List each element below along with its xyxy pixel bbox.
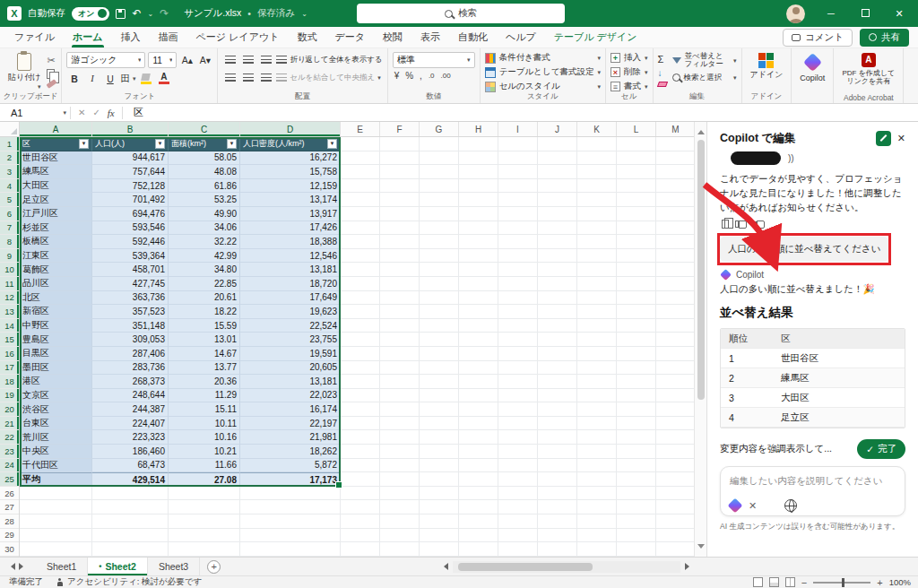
empty-cell[interactable] — [420, 263, 459, 277]
table-cell[interactable]: 19,623 — [240, 305, 341, 319]
table-cell[interactable]: 248,644 — [92, 389, 169, 403]
filter-button[interactable]: ▼ — [79, 139, 89, 149]
empty-cell[interactable] — [240, 542, 341, 557]
table-header-cell[interactable]: 人口(人)▼ — [92, 137, 169, 151]
empty-cell[interactable] — [420, 459, 459, 473]
empty-cell[interactable] — [380, 445, 420, 459]
empty-cell[interactable] — [420, 249, 459, 264]
column-header-B[interactable]: B — [92, 122, 169, 136]
table-cell[interactable]: 16,272 — [240, 151, 341, 166]
empty-cell[interactable] — [341, 529, 380, 543]
table-cell[interactable]: 53.25 — [169, 193, 240, 207]
empty-cell[interactable] — [617, 487, 656, 501]
empty-cell[interactable] — [420, 514, 459, 529]
table-cell[interactable]: 694,476 — [92, 207, 169, 221]
table-cell[interactable]: 荒川区 — [20, 430, 92, 445]
empty-cell[interactable] — [538, 375, 577, 389]
empty-cell[interactable] — [498, 165, 538, 179]
paste-button[interactable]: 貼り付け — [4, 52, 44, 91]
empty-cell[interactable] — [341, 472, 380, 487]
empty-cell[interactable] — [617, 291, 656, 306]
table-cell[interactable]: 22,524 — [240, 319, 341, 333]
insert-cells-button[interactable]: + 挿入 — [611, 52, 648, 64]
increase-decimal-button[interactable]: .0 — [429, 72, 435, 80]
empty-cell[interactable] — [617, 529, 656, 543]
empty-cell[interactable] — [656, 319, 694, 333]
empty-cell[interactable] — [498, 361, 538, 376]
row-header-7[interactable]: 7 — [0, 221, 19, 236]
empty-cell[interactable] — [380, 542, 420, 557]
maximize-button[interactable] — [857, 8, 873, 19]
normal-view-button[interactable] — [753, 577, 763, 587]
empty-cell[interactable] — [341, 417, 380, 431]
empty-cell[interactable] — [380, 389, 420, 403]
table-cell[interactable]: 592,446 — [92, 235, 169, 249]
empty-cell[interactable] — [459, 529, 498, 543]
row-header-29[interactable]: 29 — [0, 529, 19, 543]
empty-cell[interactable] — [577, 472, 617, 487]
empty-cell[interactable] — [380, 235, 420, 249]
empty-cell[interactable] — [577, 235, 617, 249]
table-cell[interactable]: 186,460 — [92, 445, 169, 459]
empty-cell[interactable] — [420, 500, 459, 514]
table-cell[interactable]: 58.05 — [169, 151, 240, 166]
empty-cell[interactable] — [20, 487, 92, 501]
fill-button[interactable]: ↓ — [658, 68, 667, 78]
empty-cell[interactable] — [341, 430, 380, 445]
empty-cell[interactable] — [498, 333, 538, 347]
column-header-J[interactable]: J — [538, 122, 577, 136]
empty-cell[interactable] — [380, 430, 420, 445]
empty-cell[interactable] — [538, 207, 577, 221]
empty-cell[interactable] — [577, 417, 617, 431]
empty-cell[interactable] — [459, 151, 498, 166]
empty-cell[interactable] — [459, 542, 498, 557]
table-cell[interactable]: 14.67 — [169, 347, 240, 361]
empty-cell[interactable] — [656, 487, 694, 501]
table-cell[interactable]: 13.01 — [169, 333, 240, 347]
empty-cell[interactable] — [420, 207, 459, 221]
empty-cell[interactable] — [617, 179, 656, 194]
empty-cell[interactable] — [577, 193, 617, 207]
empty-cell[interactable] — [656, 417, 694, 431]
clear-button[interactable] — [656, 82, 667, 87]
empty-cell[interactable] — [538, 529, 577, 543]
table-cell[interactable]: 268,373 — [92, 375, 169, 389]
horizontal-scroll-thumb[interactable] — [458, 563, 593, 571]
align-middle-button[interactable] — [240, 52, 255, 67]
empty-cell[interactable] — [617, 459, 656, 473]
empty-cell[interactable] — [617, 165, 656, 179]
empty-cell[interactable] — [459, 193, 498, 207]
empty-cell[interactable] — [92, 542, 169, 557]
row-header-21[interactable]: 21 — [0, 417, 19, 431]
empty-cell[interactable] — [617, 277, 656, 291]
table-cell[interactable]: 江東区 — [20, 249, 92, 264]
empty-cell[interactable] — [577, 249, 617, 264]
empty-cell[interactable] — [92, 529, 169, 543]
ribbon-tab-8[interactable]: 表示 — [411, 27, 449, 48]
empty-cell[interactable] — [169, 529, 240, 543]
table-cell[interactable]: 42.99 — [169, 249, 240, 264]
empty-cell[interactable] — [341, 179, 380, 194]
empty-cell[interactable] — [538, 179, 577, 194]
empty-cell[interactable] — [617, 207, 656, 221]
title-dropdown-icon[interactable]: ⌄ — [301, 10, 307, 18]
table-cell[interactable]: 944,617 — [92, 151, 169, 166]
cut-icon[interactable]: ✂ — [47, 55, 56, 66]
table-cell[interactable]: 61.86 — [169, 179, 240, 194]
row-header-12[interactable]: 12 — [0, 291, 19, 306]
empty-cell[interactable] — [380, 277, 420, 291]
empty-cell[interactable] — [169, 514, 240, 529]
average-cell[interactable]: 17,173 — [240, 472, 341, 487]
empty-cell[interactable] — [577, 263, 617, 277]
autosave-toggle[interactable]: オン — [72, 7, 109, 21]
add-sheet-button[interactable]: + — [207, 560, 221, 574]
empty-cell[interactable] — [169, 542, 240, 557]
empty-cell[interactable] — [341, 277, 380, 291]
horizontal-scrollbar[interactable] — [438, 561, 695, 573]
next-sheet-icon[interactable] — [19, 563, 27, 570]
empty-cell[interactable] — [577, 402, 617, 417]
ribbon-tab-4[interactable]: ページ レイアウト — [187, 27, 289, 48]
row-header-27[interactable]: 27 — [0, 500, 19, 514]
table-cell[interactable]: 11.66 — [169, 459, 240, 473]
table-cell[interactable]: 18.22 — [169, 305, 240, 319]
